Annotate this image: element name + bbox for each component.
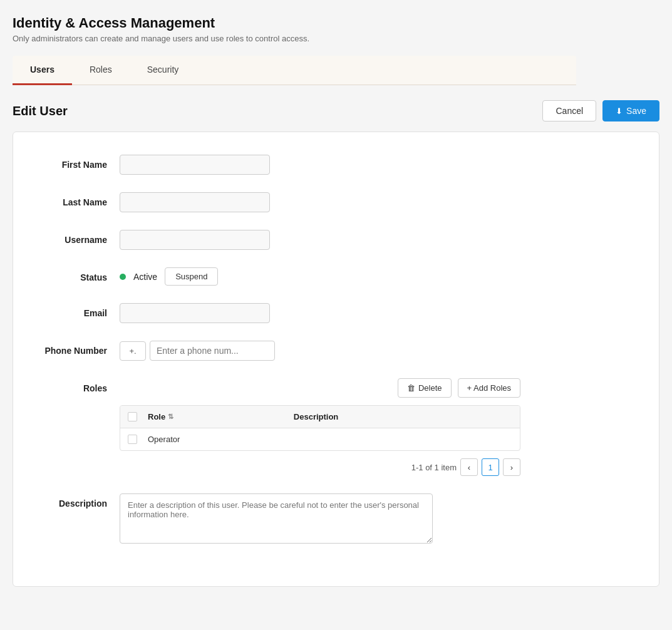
status-text: Active (133, 272, 157, 282)
page-subtitle: Only administrators can create and manag… (13, 34, 659, 43)
last-name-label: Last Name (38, 192, 120, 207)
phone-label: Phone Number (38, 341, 120, 356)
save-icon: ⬇ (616, 106, 623, 116)
page-title: Identity & Access Management (13, 15, 659, 31)
table-row: Operator (120, 428, 520, 450)
save-button[interactable]: ⬇ Save (602, 100, 659, 121)
tab-roles[interactable]: Roles (72, 56, 130, 85)
first-name-input[interactable] (120, 155, 270, 175)
status-row: Status Active Suspend (38, 267, 634, 286)
phone-input[interactable] (150, 341, 275, 361)
username-row: Username (38, 230, 634, 250)
email-label: Email (38, 303, 120, 318)
status-label: Status (38, 267, 120, 282)
role-cell: Operator (148, 435, 294, 444)
pagination-row: 1-1 of 1 item ‹ 1 › (120, 458, 520, 476)
description-textarea[interactable] (120, 493, 433, 544)
description-row: Description (38, 493, 634, 544)
form-card: First Name Last Name Username Status Act… (13, 132, 659, 587)
add-roles-button[interactable]: + Add Roles (458, 378, 520, 398)
header-checkbox-col (128, 412, 148, 421)
phone-row: Phone Number +. (38, 341, 634, 361)
email-input[interactable] (120, 303, 270, 323)
username-input[interactable] (120, 230, 270, 250)
delete-role-button[interactable]: 🗑 Delete (398, 378, 452, 398)
first-name-row: First Name (38, 155, 634, 175)
roles-table: Role ⇅ Description Operator (120, 405, 520, 451)
tab-security[interactable]: Security (130, 56, 197, 85)
current-page-button[interactable]: 1 (482, 458, 499, 476)
role-column-header[interactable]: Role ⇅ (148, 412, 294, 421)
username-label: Username (38, 230, 120, 245)
roles-table-header: Role ⇅ Description (120, 406, 520, 428)
roles-actions: 🗑 Delete + Add Roles (120, 378, 520, 398)
pagination-info: 1-1 of 1 item (411, 463, 457, 472)
phone-content: +. (120, 341, 275, 361)
sort-icon: ⇅ (168, 413, 173, 421)
row-checkbox[interactable] (128, 435, 137, 444)
tab-users[interactable]: Users (13, 56, 72, 85)
edit-user-title: Edit User (13, 104, 68, 118)
roles-content: 🗑 Delete + Add Roles Role ⇅ (120, 378, 634, 476)
roles-label: Roles (38, 378, 120, 393)
suspend-button[interactable]: Suspend (165, 267, 218, 286)
last-name-input[interactable] (120, 192, 270, 212)
last-name-row: Last Name (38, 192, 634, 212)
email-row: Email (38, 303, 634, 323)
first-name-label: First Name (38, 155, 120, 170)
cancel-button[interactable]: Cancel (542, 100, 596, 121)
roles-row: Roles 🗑 Delete + Add Roles (38, 378, 634, 476)
prev-page-button[interactable]: ‹ (460, 458, 478, 476)
edit-user-header: Edit User Cancel ⬇ Save (13, 100, 659, 121)
row-checkbox-col (128, 435, 148, 444)
tabs-bar: Users Roles Security (13, 56, 576, 85)
header-actions: Cancel ⬇ Save (542, 100, 659, 121)
description-column-header: Description (294, 412, 512, 421)
trash-icon: 🗑 (407, 383, 415, 393)
description-label: Description (38, 493, 120, 509)
next-page-button[interactable]: › (503, 458, 520, 476)
phone-prefix-button[interactable]: +. (120, 341, 146, 361)
status-dot (120, 274, 126, 280)
status-content: Active Suspend (120, 267, 218, 286)
select-all-checkbox[interactable] (128, 412, 137, 421)
